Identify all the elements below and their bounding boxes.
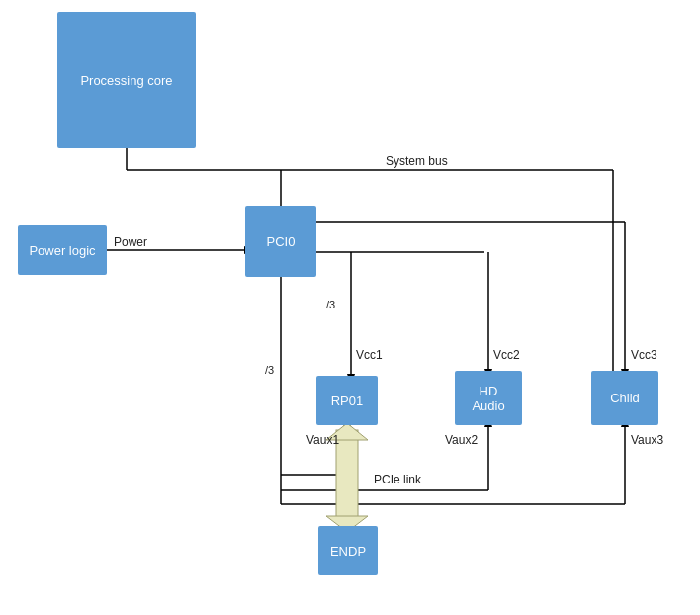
child-label: Child [610, 391, 640, 405]
processing-core-box: Processing core [57, 12, 196, 148]
vaux3-label: Vaux3 [631, 433, 663, 447]
system-bus-label: System bus [386, 154, 448, 168]
vcc3-label: Vcc3 [631, 348, 657, 362]
pcie-link-label: PCIe link [374, 473, 421, 486]
power-logic-box: Power logic [18, 225, 107, 275]
slash3-top-label: /3 [326, 299, 335, 310]
diagram: Processing core Power logic PCI0 RP01 HD… [0, 0, 700, 615]
endp-label: ENDP [330, 544, 366, 559]
rp01-box: RP01 [316, 376, 378, 425]
vaux1-label: Vaux1 [306, 433, 339, 447]
hd-audio-label: HD Audio [472, 384, 504, 413]
slash3-left-label: /3 [265, 364, 274, 376]
rp01-label: RP01 [331, 394, 364, 408]
vcc1-label: Vcc1 [356, 348, 383, 362]
endp-box: ENDP [318, 526, 378, 575]
vaux2-label: Vaux2 [445, 433, 478, 447]
power-logic-label: Power logic [29, 243, 95, 258]
pci0-box: PCI0 [245, 206, 316, 277]
power-label: Power [114, 235, 147, 249]
hd-audio-box: HD Audio [455, 371, 522, 425]
child-box: Child [591, 371, 658, 425]
vcc2-label: Vcc2 [493, 348, 520, 362]
svg-rect-28 [336, 430, 358, 521]
pci0-label: PCI0 [267, 234, 296, 249]
processing-core-label: Processing core [80, 73, 172, 88]
